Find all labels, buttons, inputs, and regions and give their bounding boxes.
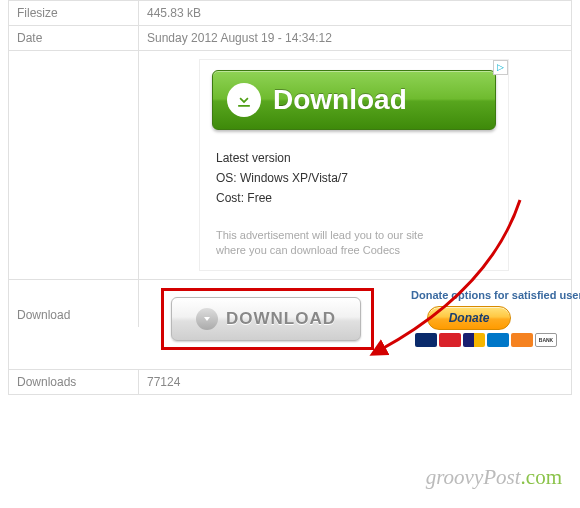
downloads-label: Downloads (9, 370, 139, 394)
card-visa-icon (463, 333, 485, 347)
ad-latest: Latest version (216, 148, 492, 168)
ad-download-button[interactable]: Download (212, 70, 496, 130)
ad-disclaimer: This advertisement will lead you to our … (200, 218, 508, 258)
donate-block: Donate options for satisfied users: Dona… (411, 288, 580, 347)
row-downloads: Downloads 77124 (9, 369, 571, 394)
watermark: groovyPost.com (426, 465, 562, 490)
donate-title: Donate options for satisfied users: (411, 288, 580, 302)
downloads-value: 77124 (139, 370, 571, 394)
download-button-label: DOWNLOAD (226, 309, 336, 329)
row-advertisement: ▷ Download Latest version OS: Windows XP… (9, 50, 571, 279)
card-maestro-icon (415, 333, 437, 347)
download-label: Download (9, 280, 139, 327)
card-discover-icon (511, 333, 533, 347)
filesize-value: 445.83 kB (139, 1, 571, 25)
ad-info: Latest version OS: Windows XP/Vista/7 Co… (200, 130, 508, 218)
row-download: Download DOWNLOAD Donate options for sat… (9, 279, 571, 369)
ad-os: OS: Windows XP/Vista/7 (216, 168, 492, 188)
filesize-label: Filesize (9, 1, 139, 25)
ad-download-label: Download (273, 84, 407, 116)
payment-cards: BANK (415, 333, 580, 347)
info-table: Filesize 445.83 kB Date Sunday 2012 Augu… (8, 0, 572, 395)
card-mastercard-icon (439, 333, 461, 347)
adchoices-icon[interactable]: ▷ (493, 60, 508, 75)
row-date: Date Sunday 2012 August 19 - 14:34:12 (9, 25, 571, 50)
row-filesize: Filesize 445.83 kB (9, 0, 571, 25)
download-arrow-icon (227, 83, 261, 117)
download-button[interactable]: DOWNLOAD (171, 297, 361, 341)
download-highlight: DOWNLOAD (161, 288, 374, 350)
date-label: Date (9, 26, 139, 50)
date-value: Sunday 2012 August 19 - 14:34:12 (139, 26, 571, 50)
ad-cost: Cost: Free (216, 188, 492, 208)
card-bank-icon: BANK (535, 333, 557, 347)
donate-button[interactable]: Donate (427, 306, 511, 330)
download-triangle-icon (196, 308, 218, 330)
ad-box: ▷ Download Latest version OS: Windows XP… (199, 59, 509, 271)
card-amex-icon (487, 333, 509, 347)
